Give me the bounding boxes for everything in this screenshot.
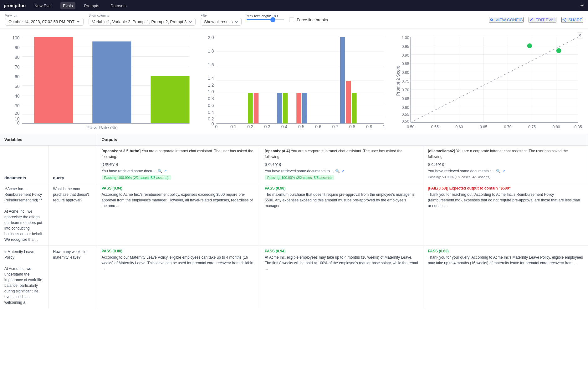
prompt3-header-cell: [ollama:llama2] You are a corporate intr…	[423, 145, 588, 183]
output-cell: PASS (0.80)According to our Maternity Le…	[97, 246, 260, 309]
nav-item-new-eval[interactable]: New Eval	[32, 2, 54, 9]
text-length-slider[interactable]	[247, 19, 284, 25]
search-icon-2: 🔍	[335, 169, 340, 173]
show-columns-group: Show columns Variable 1, Variable 2, Pro…	[89, 14, 196, 26]
main-table-container: Variables Outputs documents query [opena…	[0, 134, 588, 308]
slider-fill	[247, 19, 271, 20]
svg-text:0.80: 0.80	[553, 125, 560, 129]
share-label: SHARE	[568, 18, 582, 22]
view-config-button[interactable]: VIEW CONFIG	[489, 17, 524, 23]
pass-score: PASS (0.94)	[265, 249, 419, 253]
close-chart-button[interactable]: ✕	[577, 32, 583, 38]
force-breaks-label: Force line breaks	[297, 18, 328, 22]
nav-item-prompts[interactable]: Prompts	[82, 2, 102, 9]
scatter-point-1	[527, 43, 532, 48]
svg-text:0.8: 0.8	[349, 124, 355, 129]
scatter-svg: Prompt 2 Score 1.00 0.95 0.90 0.85 0.80 …	[394, 32, 583, 129]
force-breaks-checkbox[interactable]	[289, 17, 294, 22]
col-query-header: query	[53, 175, 64, 180]
output-text: The maximum purchase that doesn't requir…	[265, 192, 419, 209]
view-run-select[interactable]: October 14, 2023, 07:02:53 PM PDT	[5, 18, 84, 26]
svg-text:1.0: 1.0	[208, 89, 214, 94]
filter-group: Filter Show all results	[201, 14, 242, 26]
svg-text:0: 0	[17, 120, 20, 125]
svg-text:0.50: 0.50	[401, 119, 409, 124]
prompt3-model: [ollama:llama2] You are a corporate intr…	[428, 148, 583, 160]
svg-text:80: 80	[15, 55, 20, 60]
prompt3-retrieved: You have retrieved some documents t ... …	[428, 169, 583, 173]
svg-text:2.0: 2.0	[208, 35, 214, 40]
svg-text:1.8: 1.8	[208, 48, 214, 53]
svg-rect-53	[352, 93, 357, 124]
prompt3-passing-badge: Passing: 50.00% (1/2 cases, 4/5 asserts)	[428, 175, 583, 179]
filter-label: Filter	[201, 14, 242, 17]
pass-rate-chart: 100 90 80 70 60 50 40 30 20 10 0	[5, 32, 194, 130]
show-columns-value: Variable 1, Variable 2, Prompt 1, Prompt…	[92, 19, 187, 24]
output-text: According to Acme Inc.'s reimbursement p…	[102, 192, 256, 209]
prompt1-retrieved: You have retrieved some docu ... 🔍 ↗	[102, 169, 256, 173]
theme-icon[interactable]: ☀	[580, 3, 584, 9]
chevron-down-icon	[76, 20, 80, 24]
nav-item-evals[interactable]: Evals	[60, 2, 75, 9]
svg-text:0.60: 0.60	[455, 125, 463, 129]
svg-text:0.65: 0.65	[401, 97, 409, 101]
prompt1-header-cell: [openai:gpt-3.5-turbo] You are a corpora…	[97, 145, 260, 183]
svg-line-96	[411, 37, 578, 123]
main-table: Variables Outputs documents query [opena…	[0, 134, 588, 308]
pass-rate-svg: 100 90 80 70 60 50 40 30 20 10 0	[5, 32, 194, 129]
output-text: Thank you for reaching out! According to…	[428, 192, 583, 209]
svg-text:0.60: 0.60	[401, 105, 409, 110]
histogram-svg: 2.0 1.8 1.6 1.4 1.2 1.0 0.8 0.6 0.4 0.2 …	[199, 32, 389, 129]
svg-text:0.4: 0.4	[208, 110, 214, 115]
svg-rect-49	[296, 93, 301, 124]
svg-text:0.1: 0.1	[230, 124, 237, 129]
svg-text:0: 0	[215, 124, 217, 129]
svg-text:0.7: 0.7	[332, 124, 339, 129]
svg-text:0.55: 0.55	[431, 125, 439, 129]
svg-text:100: 100	[12, 35, 20, 40]
svg-text:0: 0	[212, 121, 214, 126]
nav-logo: promptfoo	[4, 3, 26, 8]
output-text: Thank you for your query! According to A…	[428, 255, 583, 266]
eye-icon	[489, 18, 494, 22]
svg-text:0.75: 0.75	[528, 125, 536, 129]
output-cell: PASS (0.94)At Acme Inc, eligible employe…	[260, 246, 423, 309]
output-cell: PASS (0.98)The maximum purchase that doe…	[260, 183, 423, 246]
show-columns-select[interactable]: Variable 1, Variable 2, Prompt 1, Prompt…	[89, 18, 196, 26]
search-icon-1: 🔍	[158, 169, 162, 173]
svg-text:1.4: 1.4	[208, 76, 214, 81]
filter-select[interactable]: Show all results	[201, 18, 242, 26]
external-link-icon-3[interactable]: ↗	[502, 169, 505, 173]
svg-text:0.6: 0.6	[315, 124, 321, 129]
share-icon	[562, 18, 566, 22]
svg-text:0.55: 0.55	[401, 112, 409, 117]
table-row: # Maternity Leave Policy At Acme Inc, we…	[0, 246, 588, 309]
max-text-group: Max text length: 180	[247, 14, 284, 25]
search-icon-3: 🔍	[496, 169, 501, 173]
svg-text:0.3: 0.3	[264, 124, 270, 129]
svg-text:0.80: 0.80	[401, 70, 409, 75]
external-link-icon-1[interactable]: ↗	[164, 169, 167, 173]
prompt2-query: {{ query }}	[265, 162, 419, 166]
share-button[interactable]: SHARE	[561, 17, 583, 23]
prompt1-passing-badge: Passing: 100.00% (2/2 cases, 5/5 asserts…	[102, 175, 171, 180]
edit-eval-button[interactable]: EDIT EVAL	[529, 17, 556, 23]
svg-text:90: 90	[15, 45, 20, 50]
bar-prompt1	[34, 37, 73, 124]
svg-text:0.85: 0.85	[574, 125, 582, 129]
nav-item-datasets[interactable]: Datasets	[108, 2, 129, 9]
var2-cell: How many weeks is maternity leave?	[49, 246, 97, 309]
chevron-down-icon-3	[234, 20, 238, 24]
external-link-icon-2[interactable]: ↗	[341, 169, 344, 173]
prompt2-header-cell: [openai:gpt-4] You are a corporate intra…	[260, 145, 423, 183]
table-row: **Acme Inc. - Reimbursement Policy (reim…	[0, 183, 588, 246]
prompt1-query: {{ query }}	[102, 162, 256, 166]
svg-text:0.70: 0.70	[401, 88, 409, 92]
svg-text:0.6: 0.6	[208, 103, 214, 108]
svg-text:0.65: 0.65	[480, 125, 487, 129]
svg-text:0.9: 0.9	[366, 124, 372, 129]
view-config-label: VIEW CONFIG	[496, 18, 523, 22]
slider-thumb[interactable]	[270, 17, 275, 22]
svg-rect-51	[340, 37, 345, 124]
pass-score: PASS (0.98)	[265, 186, 419, 190]
